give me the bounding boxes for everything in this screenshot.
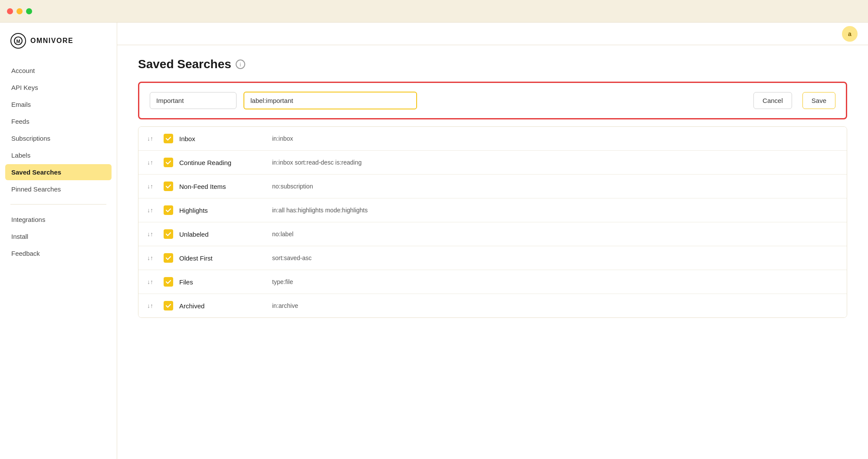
table-row: ↓↑ Oldest First sort:saved-asc [138,246,847,270]
search-name: Highlights [179,207,266,214]
titlebar [0,0,868,23]
table-row: ↓↑ Non-Feed Items no:subscription [138,175,847,198]
search-name: Continue Reading [179,159,266,166]
app-container: M OMNIVORE AccountAPI KeysEmailsFeedsSub… [0,23,868,459]
table-row: ↓↑ Files type:file [138,270,847,294]
sidebar-item-feedback[interactable]: Feedback [5,245,112,261]
header-bar: a [117,23,868,45]
sidebar-item-account[interactable]: Account [5,63,112,79]
table-row: ↓↑ Unlabeled no:label [138,222,847,246]
search-name: Non-Feed Items [179,183,266,190]
sort-icon[interactable]: ↓↑ [147,207,158,214]
table-row: ↓↑ Continue Reading in:inbox sort:read-d… [138,151,847,175]
sort-icon[interactable]: ↓↑ [147,231,158,238]
search-query: in:archive [272,302,838,309]
search-query: type:file [272,278,838,285]
minimize-button[interactable] [16,8,23,14]
checkbox-5[interactable] [164,253,173,263]
logo-icon: M [10,33,26,49]
sort-icon[interactable]: ↓↑ [147,278,158,285]
table-row: ↓↑ Archived in:archive [138,294,847,317]
sort-icon[interactable]: ↓↑ [147,159,158,166]
sidebar-item-feeds[interactable]: Feeds [5,113,112,129]
search-query: in:inbox [272,135,838,142]
search-query: in:all has:highlights mode:highlights [272,207,838,214]
checkbox-6[interactable] [164,277,173,287]
sidebar-item-saved-searches[interactable]: Saved Searches [5,164,112,180]
search-name: Oldest First [179,254,266,262]
sidebar: M OMNIVORE AccountAPI KeysEmailsFeedsSub… [0,23,117,459]
main-content: Saved Searches i Cancel Save ↓↑ [117,23,868,339]
info-icon[interactable]: i [236,59,245,69]
checkbox-1[interactable] [164,158,173,167]
checkbox-7[interactable] [164,301,173,310]
sidebar-item-pinned-searches[interactable]: Pinned Searches [5,181,112,197]
search-list: ↓↑ Inbox in:inbox ↓↑ Continue Reading in… [138,126,847,318]
sidebar-item-subscriptions[interactable]: Subscriptions [5,130,112,146]
sidebar-item-install[interactable]: Install [5,228,112,244]
table-row: ↓↑ Inbox in:inbox [138,127,847,151]
sidebar-item-emails[interactable]: Emails [5,96,112,112]
logo: M OMNIVORE [0,33,117,63]
checkbox-0[interactable] [164,134,173,143]
sort-icon[interactable]: ↓↑ [147,183,158,190]
page-title-row: Saved Searches i [138,57,847,71]
page-title: Saved Searches [138,57,231,71]
user-avatar[interactable]: a [842,26,858,42]
search-name-input[interactable] [150,92,237,109]
search-name: Inbox [179,135,266,142]
sidebar-item-api-keys[interactable]: API Keys [5,79,112,96]
sort-icon[interactable]: ↓↑ [147,302,158,309]
add-search-form: Cancel Save [138,82,847,119]
search-name: Unlabeled [179,231,266,238]
sort-icon[interactable]: ↓↑ [147,135,158,142]
search-name: Files [179,278,266,286]
checkbox-2[interactable] [164,182,173,191]
sort-icon[interactable]: ↓↑ [147,254,158,261]
sidebar-item-labels[interactable]: Labels [5,147,112,163]
search-query-input[interactable] [243,92,417,109]
search-query: no:label [272,231,838,238]
save-button[interactable]: Save [802,92,835,109]
sidebar-nav: AccountAPI KeysEmailsFeedsSubscriptionsL… [0,63,117,197]
cancel-button[interactable]: Cancel [753,92,792,109]
search-name: Archived [179,302,266,310]
close-button[interactable] [7,8,13,14]
sidebar-divider [10,204,106,205]
checkbox-4[interactable] [164,229,173,239]
search-query: in:inbox sort:read-desc is:reading [272,159,838,166]
sidebar-item-integrations[interactable]: Integrations [5,211,112,228]
logo-text: OMNIVORE [30,37,73,45]
checkbox-3[interactable] [164,205,173,215]
table-row: ↓↑ Highlights in:all has:highlights mode… [138,198,847,222]
search-query: sort:saved-asc [272,254,838,261]
sidebar-bottom-nav: IntegrationsInstallFeedback [0,211,117,261]
search-query: no:subscription [272,183,838,190]
traffic-lights [7,8,32,14]
maximize-button[interactable] [26,8,32,14]
svg-text:M: M [16,39,20,44]
